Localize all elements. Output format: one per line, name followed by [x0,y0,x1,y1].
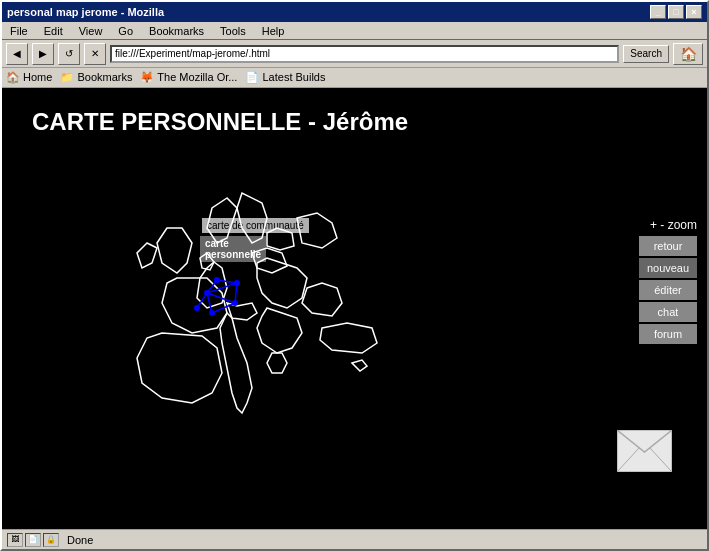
status-icon-3: 🔒 [43,533,59,547]
menu-edit[interactable]: Edit [40,24,67,38]
email-svg [617,430,672,472]
bm-mozilla[interactable]: 🦊 The Mozilla Or... [140,71,237,84]
chat-btn[interactable]: chat [639,302,697,322]
status-icon-1: 🖼 [7,533,23,547]
search-btn[interactable]: Search [623,45,669,63]
bookmarks-bar: 🏠 Home 📁 Bookmarks 🦊 The Mozilla Or... 📄… [2,68,707,88]
close-btn[interactable]: × [686,5,702,19]
address-bar: Search [110,45,669,63]
minimize-btn[interactable]: _ [650,5,666,19]
svg-point-9 [214,277,220,283]
status-text: Done [67,534,93,546]
svg-point-8 [204,290,210,296]
svg-line-2 [207,293,235,303]
page-title: CARTE PERSONNELLE - Jérôme [32,108,408,136]
status-bar: 🖼 📄 🔒 Done [2,529,707,549]
retour-btn[interactable]: retour [639,236,697,256]
editer-btn[interactable]: éditer [639,280,697,300]
svg-point-11 [232,300,238,306]
forward-btn[interactable]: ▶ [32,43,54,65]
menu-tools[interactable]: Tools [216,24,250,38]
title-bar-controls: _ □ × [650,5,702,19]
right-panel: + - zoom retour nouveau éditer chat foru… [639,218,697,346]
window-title: personal map jerome - Mozilla [7,6,164,18]
menu-go[interactable]: Go [114,24,137,38]
menu-bookmarks[interactable]: Bookmarks [145,24,208,38]
svg-line-5 [235,283,237,303]
europe-map-svg [52,188,552,508]
menu-view[interactable]: View [75,24,107,38]
bm-bookmarks[interactable]: 📁 Bookmarks [60,71,132,84]
toolbar: ◀ ▶ ↺ ✕ Search 🏠 [2,40,707,68]
menu-help[interactable]: Help [258,24,289,38]
email-icon[interactable] [617,430,672,474]
svg-point-10 [234,280,240,286]
main-content: CARTE PERSONNELLE - Jérôme carte de comm… [2,88,707,529]
svg-point-13 [194,305,200,311]
status-icons: 🖼 📄 🔒 [7,533,59,547]
menu-bar: File Edit View Go Bookmarks Tools Help [2,22,707,40]
svg-line-4 [217,280,237,283]
browser-window: personal map jerome - Mozilla _ □ × File… [0,0,709,551]
nouveau-btn[interactable]: nouveau [639,258,697,278]
status-icon-2: 📄 [25,533,41,547]
back-btn[interactable]: ◀ [6,43,28,65]
zoom-controls[interactable]: + - zoom [650,218,697,232]
forum-btn[interactable]: forum [639,324,697,344]
map-container [52,188,552,508]
svg-point-12 [209,310,215,316]
bm-home[interactable]: 🏠 Home [6,71,52,84]
address-input[interactable] [110,45,619,63]
menu-file[interactable]: File [6,24,32,38]
bm-latest[interactable]: 📄 Latest Builds [245,71,325,84]
maximize-btn[interactable]: □ [668,5,684,19]
stop-btn[interactable]: ✕ [84,43,106,65]
svg-line-3 [207,293,212,313]
reload-btn[interactable]: ↺ [58,43,80,65]
title-bar: personal map jerome - Mozilla _ □ × [2,2,707,22]
home-btn[interactable]: 🏠 [673,43,703,65]
